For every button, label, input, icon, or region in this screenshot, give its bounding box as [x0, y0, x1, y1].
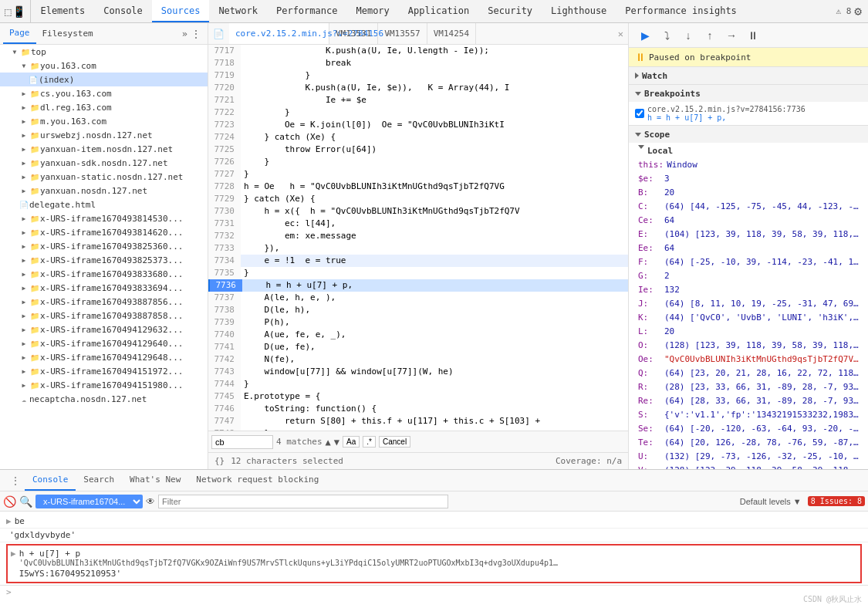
tab-console[interactable]: Console — [94, 0, 152, 22]
tree-item-you163[interactable]: ▼ 📁 you.163.com — [0, 59, 208, 73]
tree-item-urs11[interactable]: ▶📁x-URS-iframe1670494129648... — [0, 350, 208, 364]
line-number[interactable]: 7741 — [208, 341, 241, 353]
line-number[interactable]: 7723 — [208, 119, 241, 131]
tab-perf-insights[interactable]: Performance insights — [616, 0, 746, 22]
line-number[interactable]: 7722 — [208, 106, 241, 119]
tab-security[interactable]: Security — [478, 0, 542, 22]
line-number[interactable]: 7733 — [208, 242, 241, 255]
scope-row[interactable]: Ie:132 — [629, 283, 868, 297]
scope-row[interactable]: E:(104) [123, 39, 118, 39, 58, 39, 118, … — [629, 228, 868, 242]
tree-item-yanxuan-sdk[interactable]: ▶ 📁 yanxuan-sdk.nosdn.127.net — [0, 156, 208, 170]
frame-selector[interactable]: x-URS-iframe16704... — [35, 495, 143, 508]
watch-header[interactable]: Watch — [629, 67, 868, 84]
line-number[interactable]: 7726 — [208, 156, 241, 168]
tree-item-urs4[interactable]: ▶📁x-URS-iframe1670493825373... — [0, 253, 208, 267]
line-number[interactable]: 7736 — [210, 279, 242, 292]
scope-row[interactable]: J:(64) [8, 11, 10, 19, -25, -31, 47, 69,… — [629, 297, 868, 311]
tab-filesystem[interactable]: Filesystem — [36, 23, 100, 44]
tab-performance[interactable]: Performance — [267, 0, 346, 22]
line-number[interactable]: 7743 — [208, 366, 241, 378]
scope-row[interactable]: G:2 — [629, 269, 868, 283]
scope-row[interactable]: Te:(64) [20, 126, -28, 78, -76, 59, -87,… — [629, 436, 868, 450]
scope-row[interactable]: Oe:"QvC0UvbBLUNIh3iKtMnUGthd9qsTjbT2fQ7V… — [629, 353, 868, 366]
dots-icon[interactable]: ⋮ — [6, 475, 25, 486]
scope-row[interactable]: V:(128) [123, 39, 118, 39, 58, 39, 118, … — [629, 464, 868, 469]
clear-console-btn[interactable]: 🚫 — [3, 495, 16, 508]
tab-sources[interactable]: Sources — [152, 0, 210, 22]
line-number[interactable]: 7737 — [208, 292, 241, 304]
aa-btn[interactable]: Aa — [343, 436, 360, 448]
line-number[interactable]: 7730 — [208, 205, 241, 218]
line-number[interactable]: 7721 — [208, 94, 241, 106]
step-out-btn[interactable]: ↑ — [700, 26, 720, 45]
breakpoint-item[interactable]: core.v2.15.2.min.js?v=2784156:7736 h = h… — [629, 103, 868, 123]
scope-row[interactable]: L:20 — [629, 325, 868, 339]
line-number[interactable]: 7739 — [208, 316, 241, 329]
scope-row[interactable]: $e:3 — [629, 172, 868, 186]
search-input[interactable] — [211, 435, 273, 449]
tab-memory[interactable]: Memory — [346, 0, 398, 22]
tree-item-dlreg[interactable]: ▶ 📁 dl.reg.163.com — [0, 100, 208, 114]
close-all-btn[interactable]: ✕ — [613, 29, 628, 39]
tree-item-urs12[interactable]: ▶📁x-URS-iframe1670494151972... — [0, 364, 208, 378]
eye-icon[interactable]: 👁 — [146, 496, 155, 507]
tree-item-urs9[interactable]: ▶📁x-URS-iframe1670494129632... — [0, 323, 208, 336]
line-number[interactable]: 7745 — [208, 390, 241, 403]
line-number[interactable]: 7732 — [208, 230, 241, 242]
line-number[interactable]: 7740 — [208, 329, 241, 341]
tab-search[interactable]: Search — [76, 470, 122, 491]
tab-application[interactable]: Application — [399, 0, 478, 22]
deactivate-btn[interactable]: ⏸ — [743, 26, 763, 45]
step-btn[interactable]: → — [721, 26, 741, 45]
device-icon[interactable]: 📱 — [12, 5, 25, 18]
scope-row[interactable]: Q:(64) [23, 20, 21, 28, 16, 22, 72, 118,… — [629, 366, 868, 380]
console-filter-icon[interactable]: 🔍 — [19, 495, 32, 508]
inspect-icon[interactable]: ⬚ — [5, 5, 11, 18]
filter-input[interactable] — [158, 495, 448, 508]
kebab-icon[interactable]: ⋮ — [187, 28, 204, 40]
tree-item-urs10[interactable]: ▶📁x-URS-iframe1670494129640... — [0, 336, 208, 350]
scope-row[interactable]: R:(28) [23, 33, 66, 31, -89, 28, -7, 93,… — [629, 380, 868, 394]
step-into-btn[interactable]: ↓ — [678, 26, 698, 45]
regex-btn[interactable]: .* — [363, 436, 376, 448]
line-number[interactable]: 7727 — [208, 168, 241, 181]
expand-arrow[interactable]: ▶ — [11, 549, 16, 559]
code-tab-vm13557[interactable]: VM13557 — [378, 23, 427, 44]
step-over-btn[interactable]: ⤵ — [657, 26, 677, 45]
tab-whats-new[interactable]: What's New — [122, 470, 188, 491]
tree-item-urs2[interactable]: ▶📁x-URS-iframe1670493814620... — [0, 225, 208, 239]
tree-item-urs5[interactable]: ▶📁x-URS-iframe1670493833680... — [0, 267, 208, 281]
code-tab-core[interactable]: core.v2.15.2.min.js?v=2784156 ✕ — [229, 23, 329, 44]
code-tab-vm13531[interactable]: VM13531 — [329, 23, 378, 44]
next-match-btn[interactable]: ▼ — [334, 437, 339, 448]
resume-btn[interactable]: ▶ — [635, 26, 655, 45]
tab-network[interactable]: Network — [209, 0, 267, 22]
breakpoint-checkbox[interactable] — [635, 109, 644, 118]
tree-item-yanxuan-item[interactable]: ▶ 📁 yanxuan-item.nosdn.127.net — [0, 142, 208, 156]
scope-header[interactable]: Scope — [629, 126, 868, 143]
tree-item-delegate[interactable]: 📄 delegate.html — [0, 198, 208, 211]
code-tab-vm14254[interactable]: VM14254 — [427, 23, 476, 44]
default-levels-btn[interactable]: Default levels ▼ — [737, 497, 805, 506]
prev-match-btn[interactable]: ▲ — [326, 437, 331, 448]
code-editor[interactable]: 7717 K.push(a(U, Ie, U.length - Ie));771… — [208, 45, 628, 431]
tab-console[interactable]: Console — [25, 470, 76, 491]
scope-row[interactable]: Ce:64 — [629, 214, 868, 228]
scope-row[interactable]: F:(64) [-25, -10, 39, -114, -23, -41, 17… — [629, 255, 868, 269]
tab-lighthouse[interactable]: Lighthouse — [542, 0, 616, 22]
line-number[interactable]: 7718 — [208, 57, 241, 69]
tab-network-blocking[interactable]: Network request blocking — [188, 470, 326, 491]
tree-item-urs3[interactable]: ▶📁x-URS-iframe1670493825360... — [0, 239, 208, 253]
tree-item-urs8[interactable]: ▶📁x-URS-iframe1670493887858... — [0, 309, 208, 323]
line-number[interactable]: 7724 — [208, 131, 241, 144]
line-number[interactable]: 7728 — [208, 181, 241, 193]
line-number[interactable]: 7742 — [208, 353, 241, 366]
settings-icon[interactable]: ⚙ — [854, 4, 862, 19]
line-number[interactable]: 7735 — [208, 267, 241, 279]
tab-page[interactable]: Page — [3, 23, 36, 44]
line-number[interactable]: 7738 — [208, 304, 241, 316]
line-number[interactable]: 7719 — [208, 69, 241, 82]
tree-item-urswebzj[interactable]: ▶ 📁 urswebzj.nosdn.127.net — [0, 128, 208, 142]
breakpoints-header[interactable]: Breakpoints — [629, 85, 868, 102]
scope-row[interactable]: B:20 — [629, 186, 868, 200]
